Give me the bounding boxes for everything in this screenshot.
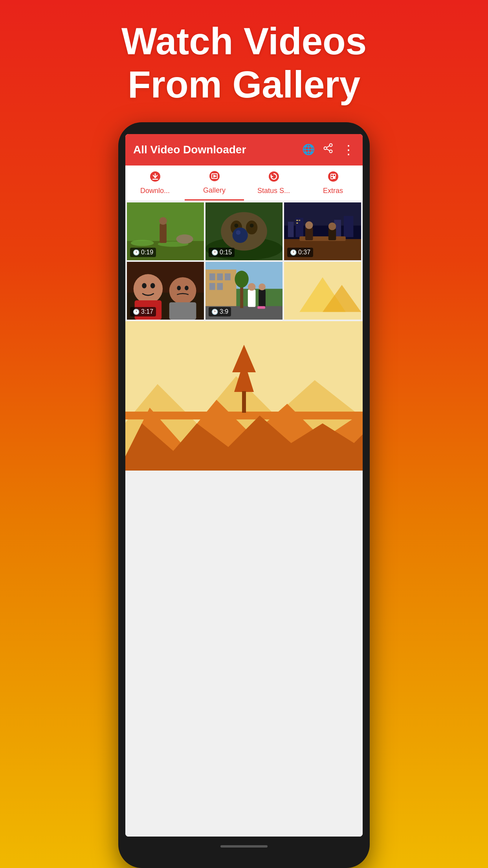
video-duration-3: 🕐 0:37 (287, 248, 313, 257)
landscape-illustration (125, 321, 363, 471)
svg-rect-67 (217, 283, 223, 290)
svg-point-70 (235, 270, 248, 287)
svg-rect-86 (242, 391, 246, 413)
svg-rect-42 (299, 220, 300, 221)
share-icon[interactable] (323, 143, 334, 156)
phone-device: All Video Downloader 🌐 ⋮ (118, 122, 370, 868)
svg-rect-75 (257, 306, 265, 309)
svg-point-32 (233, 227, 248, 243)
svg-rect-65 (225, 273, 231, 280)
extras-tab-icon (327, 171, 339, 185)
svg-point-33 (236, 230, 240, 235)
svg-rect-48 (305, 227, 313, 240)
svg-rect-43 (296, 223, 298, 224)
svg-rect-36 (288, 222, 294, 237)
svg-point-56 (169, 277, 196, 304)
video-duration-1: 🕐 0:19 (130, 248, 156, 257)
svg-rect-73 (259, 289, 266, 307)
svg-rect-64 (217, 273, 223, 280)
svg-point-57 (177, 286, 181, 291)
svg-rect-71 (248, 289, 256, 307)
svg-rect-66 (209, 283, 215, 290)
app-title: All Video Downloader (133, 143, 302, 156)
video-thumb-2[interactable]: 🕐 0:15 (205, 202, 283, 260)
svg-point-58 (185, 286, 189, 291)
video-duration-4: 🕐 3:17 (130, 307, 156, 316)
hero-title-line2: From Gallery (128, 63, 360, 105)
more-menu-icon[interactable]: ⋮ (342, 143, 355, 156)
video-thumb-empty (284, 262, 361, 320)
svg-point-30 (235, 224, 238, 228)
svg-point-72 (248, 283, 256, 291)
gallery-tab-icon (209, 170, 220, 185)
svg-point-74 (259, 283, 266, 291)
svg-rect-63 (209, 273, 215, 280)
duration-text-3: 0:37 (298, 249, 310, 256)
app-bar-actions: 🌐 ⋮ (302, 143, 355, 156)
svg-point-52 (134, 274, 163, 303)
video-thumb-3[interactable]: 🕐 0:37 (284, 202, 361, 260)
clock-icon-5: 🕐 (211, 309, 218, 315)
svg-point-19 (131, 240, 154, 246)
svg-point-23 (176, 234, 193, 244)
svg-point-49 (305, 221, 313, 229)
tab-download[interactable]: Downlo... (125, 166, 185, 200)
tab-bar: Downlo... Gallery (125, 166, 363, 201)
duration-text-2: 0:15 (220, 249, 232, 256)
download-tab-icon (149, 171, 161, 185)
svg-point-54 (150, 283, 155, 289)
gallery-tab-label: Gallery (203, 186, 226, 195)
status-tab-label: Status S... (257, 187, 290, 195)
video-thumb-4[interactable]: 🕐 3:17 (127, 262, 204, 320)
globe-icon[interactable]: 🌐 (302, 143, 315, 156)
svg-rect-46 (328, 228, 336, 240)
svg-line-4 (327, 149, 330, 151)
clock-icon-3: 🕐 (290, 249, 297, 256)
phone-screen: All Video Downloader 🌐 ⋮ (125, 134, 363, 837)
gallery-grid: 🕐 0:19 (125, 201, 363, 321)
svg-point-2 (330, 150, 332, 153)
hero-title: Watch Videos From Gallery (121, 20, 367, 107)
svg-rect-59 (169, 302, 196, 320)
svg-rect-24 (181, 235, 184, 242)
svg-point-47 (328, 223, 336, 230)
svg-rect-40 (344, 216, 354, 237)
tab-extras[interactable]: Extras (303, 166, 363, 200)
duration-text-4: 3:17 (141, 308, 153, 315)
gallery-area: 🕐 0:19 (125, 201, 363, 837)
svg-rect-41 (296, 220, 298, 221)
video-duration-2: 🕐 0:15 (209, 248, 235, 257)
svg-point-11 (269, 171, 279, 182)
svg-rect-16 (333, 177, 336, 179)
status-tab-icon (268, 171, 280, 185)
duration-text-5: 3:9 (220, 308, 228, 315)
svg-point-53 (142, 283, 147, 289)
svg-point-1 (324, 147, 327, 150)
hero-title-line1: Watch Videos (121, 20, 367, 62)
clock-icon-1: 🕐 (133, 249, 139, 256)
clock-icon-4: 🕐 (133, 309, 139, 315)
video-duration-5: 🕐 3:9 (209, 307, 231, 316)
clock-icon-2: 🕐 (211, 249, 218, 256)
extras-tab-label: Extras (323, 187, 343, 195)
home-indicator (220, 845, 268, 848)
svg-line-3 (327, 146, 330, 148)
svg-point-22 (159, 217, 167, 225)
tab-status[interactable]: Status S... (244, 166, 303, 200)
app-bar: All Video Downloader 🌐 ⋮ (125, 134, 363, 166)
svg-rect-21 (160, 224, 167, 243)
video-thumb-5[interactable]: 🕐 3:9 (205, 262, 283, 320)
svg-point-0 (330, 144, 332, 147)
tab-gallery[interactable]: Gallery (185, 166, 244, 200)
download-tab-label: Downlo... (140, 187, 170, 195)
duration-text-1: 0:19 (141, 249, 153, 256)
svg-point-31 (250, 224, 254, 228)
phone-bottom-bar (125, 837, 363, 856)
video-thumb-1[interactable]: 🕐 0:19 (127, 202, 204, 260)
